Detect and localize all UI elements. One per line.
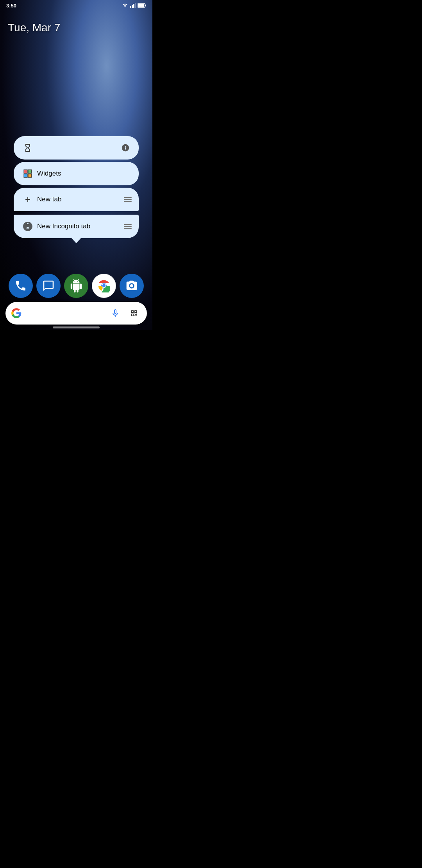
incognito-icon <box>21 219 35 233</box>
new-incognito-label: New Incognito tab <box>37 222 124 230</box>
search-bar[interactable] <box>5 302 147 325</box>
speech-bubble-tail <box>71 238 81 243</box>
dock-android[interactable] <box>64 274 88 298</box>
new-tab-label: New tab <box>37 195 124 203</box>
status-time: 3:50 <box>6 3 16 9</box>
dock-phone[interactable] <box>9 274 33 298</box>
status-bar: 3:50 <box>0 0 152 11</box>
google-g-logo <box>11 308 22 319</box>
lens-search-button[interactable] <box>127 306 141 321</box>
svg-rect-2 <box>133 4 134 8</box>
menu-item-new-tab[interactable]: + New tab <box>14 188 139 211</box>
hourglass-icon <box>21 141 35 155</box>
new-tab-drag-handle <box>124 197 132 202</box>
svg-rect-1 <box>132 5 133 8</box>
svg-rect-5 <box>145 5 146 7</box>
widgets-icon <box>21 167 35 181</box>
dock-chrome[interactable] <box>92 274 116 298</box>
menu-item-new-incognito[interactable]: New Incognito tab <box>14 215 139 238</box>
svg-rect-9 <box>24 174 27 178</box>
signal-icon <box>130 3 136 8</box>
svg-point-14 <box>102 284 106 288</box>
menu-item-widgets[interactable]: Widgets <box>14 162 139 185</box>
new-tab-icon: + <box>21 192 35 206</box>
dock-camera[interactable] <box>120 274 144 298</box>
incognito-drag-handle <box>124 224 132 229</box>
status-icons <box>122 3 146 8</box>
widgets-label: Widgets <box>37 170 132 178</box>
svg-rect-0 <box>130 6 131 8</box>
home-indicator <box>53 326 100 328</box>
wifi-icon <box>122 3 128 8</box>
dock-messages[interactable] <box>36 274 61 298</box>
svg-rect-8 <box>29 170 32 173</box>
context-menu: Widgets + New tab New Incognito tab <box>14 136 139 238</box>
svg-rect-7 <box>24 170 27 173</box>
menu-item-app[interactable] <box>14 136 139 160</box>
date-label: Tue, Mar 7 <box>8 22 60 34</box>
svg-rect-3 <box>135 3 136 8</box>
svg-rect-6 <box>138 4 144 7</box>
dock <box>0 274 152 298</box>
voice-search-button[interactable] <box>108 306 123 321</box>
info-button[interactable] <box>119 142 132 154</box>
svg-rect-10 <box>29 174 32 178</box>
battery-icon <box>138 3 146 8</box>
